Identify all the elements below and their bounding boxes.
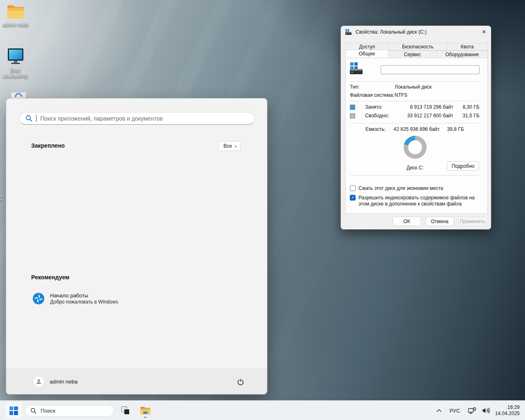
- used-space-row: Занято: 8 913 719 296 байт 8,30 ГБ: [350, 104, 479, 110]
- cancel-button[interactable]: Отмена: [425, 217, 454, 226]
- tab-row-front: Общие Сервис Оборудование: [345, 50, 488, 58]
- free-bytes: 33 912 217 600 байт: [395, 113, 453, 119]
- tray-overflow-button[interactable]: [434, 402, 445, 419]
- power-button[interactable]: [234, 375, 247, 388]
- filesystem-label: Файловая система:: [350, 92, 395, 98]
- user-profile-button[interactable]: admin neba: [34, 377, 78, 387]
- free-label: Свободно:: [365, 113, 395, 119]
- drive-icon-large: [349, 62, 364, 75]
- desktop-icon-folder[interactable]: admin neba: [0, 4, 31, 28]
- used-size: 8,30 ГБ: [453, 104, 479, 110]
- tab-security[interactable]: Безопасность: [389, 43, 447, 50]
- tab-general[interactable]: Общие: [345, 50, 388, 57]
- start-button[interactable]: [6, 403, 21, 418]
- chevron-up-icon: [436, 409, 442, 412]
- running-indicator: [144, 417, 147, 418]
- used-swatch: [350, 105, 355, 110]
- language-indicator[interactable]: РУС: [445, 402, 465, 419]
- network-button[interactable]: [465, 402, 479, 419]
- capacity-label: Емкость:: [365, 126, 386, 132]
- task-view-icon: [121, 406, 130, 415]
- clock-time: 16:29: [495, 404, 520, 411]
- capacity-size: 39,8 ГБ: [440, 126, 464, 132]
- disk-chart-label: Диск C:: [390, 165, 440, 171]
- desktop-icon-label: admin neba: [3, 23, 29, 28]
- dialog-footer: OK Отмена Применить: [341, 213, 491, 229]
- start-search-input[interactable]: Поиск приложений, параметров и документо…: [19, 112, 255, 125]
- wallpaper-specks: [123, 23, 124, 23]
- search-icon: [25, 115, 32, 122]
- divider: [350, 81, 479, 82]
- index-checkbox-label: Разрешить индексировать содержимое файло…: [358, 195, 482, 207]
- dialog-titlebar: Свойства: Локальный диск (C:) ×: [341, 26, 491, 38]
- disk-usage-donut: [404, 136, 427, 159]
- details-button[interactable]: Подробно: [447, 161, 479, 171]
- text-caret: [36, 115, 37, 122]
- divider: [350, 101, 479, 101]
- network-ethernet-icon: [468, 407, 476, 414]
- compress-checkbox-label: Сжать этот диск для экономии места: [358, 185, 482, 192]
- index-checkbox-row: Разрешить индексировать содержимое файло…: [350, 195, 482, 207]
- index-checkbox[interactable]: [350, 195, 356, 201]
- start-menu: Поиск приложений, параметров и документо…: [6, 98, 267, 395]
- type-value: Локальный диск: [395, 84, 431, 90]
- filesystem-row: Файловая система: NTFS: [350, 92, 407, 98]
- apply-button[interactable]: Применить: [458, 217, 487, 226]
- properties-dialog: Свойства: Локальный диск (C:) × Доступ Б…: [340, 25, 491, 230]
- free-swatch: [350, 113, 355, 119]
- folder-icon: [6, 4, 25, 21]
- user-avatar-icon: [34, 377, 44, 387]
- all-apps-button[interactable]: Все ›: [218, 141, 241, 151]
- close-icon[interactable]: ×: [477, 26, 491, 38]
- taskbar: Поиск: [0, 400, 525, 420]
- this-pc-icon: [6, 48, 25, 67]
- task-view-button[interactable]: [117, 402, 134, 419]
- capacity-bytes: 42 825 936 896 байт: [386, 126, 439, 132]
- recommended-item-title: Начало работы: [50, 292, 118, 299]
- desktop-icon-label-fragment: С: [0, 196, 2, 201]
- filesystem-value: NTFS: [395, 92, 407, 98]
- user-name: admin neba: [50, 379, 78, 385]
- general-tab-page: Тип: Локальный диск Файловая система: NT…: [345, 58, 488, 214]
- compress-checkbox[interactable]: [350, 185, 356, 191]
- volume-button[interactable]: [479, 402, 493, 419]
- get-started-icon: [32, 292, 45, 305]
- desktop-icon-this-pc[interactable]: Этот компьютер: [0, 48, 31, 79]
- recommended-heading: Рекомендуем: [31, 274, 69, 281]
- pinned-heading: Закреплено: [31, 142, 65, 149]
- desktop-icon-label: Этот компьютер: [1, 68, 30, 79]
- free-size: 31,5 ГБ: [453, 113, 479, 119]
- file-explorer-icon: [140, 406, 151, 415]
- dialog-title: Свойства: Локальный диск (C:): [356, 29, 474, 35]
- free-space-row: Свободно: 33 912 217 600 байт 31,5 ГБ: [350, 113, 479, 119]
- ok-button[interactable]: OK: [393, 217, 421, 226]
- divider: [350, 175, 479, 176]
- start-search-placeholder: Поиск приложений, параметров и документо…: [40, 115, 163, 122]
- capacity-row: Емкость: 42 825 936 896 байт 39,8 ГБ: [350, 126, 464, 132]
- tab-tools[interactable]: Сервис: [388, 50, 437, 58]
- clock[interactable]: 16:29 14.04.2025: [495, 404, 520, 417]
- file-explorer-button[interactable]: [137, 402, 153, 419]
- compress-checkbox-row: Сжать этот диск для экономии места: [350, 185, 482, 192]
- drive-icon: [345, 29, 352, 35]
- chevron-right-icon: ›: [235, 143, 237, 149]
- speaker-icon: [482, 407, 490, 414]
- tab-hardware[interactable]: Оборудование: [437, 50, 488, 58]
- type-label: Тип:: [350, 84, 395, 90]
- recommended-item-get-started[interactable]: Начало работы Добро пожаловать в Windows: [27, 289, 199, 308]
- search-icon: [30, 408, 37, 414]
- used-label: Занято:: [365, 104, 395, 110]
- taskbar-search-placeholder: Поиск: [41, 408, 55, 414]
- type-row: Тип: Локальный диск: [350, 84, 431, 90]
- clock-date: 14.04.2025: [495, 411, 520, 417]
- used-bytes: 8 913 719 296 байт: [395, 104, 453, 110]
- tab-quota[interactable]: Квота: [447, 43, 488, 50]
- volume-label-input[interactable]: [381, 65, 479, 74]
- start-menu-footer: admin neba: [6, 369, 267, 394]
- power-icon: [237, 379, 244, 386]
- windows-logo-icon: [9, 406, 18, 415]
- recommended-item-subtitle: Добро пожаловать в Windows: [50, 299, 118, 305]
- screen: admin neba Этот компьютер у С: [0, 0, 525, 420]
- all-apps-label: Все: [224, 143, 232, 149]
- taskbar-search[interactable]: Поиск: [25, 405, 114, 417]
